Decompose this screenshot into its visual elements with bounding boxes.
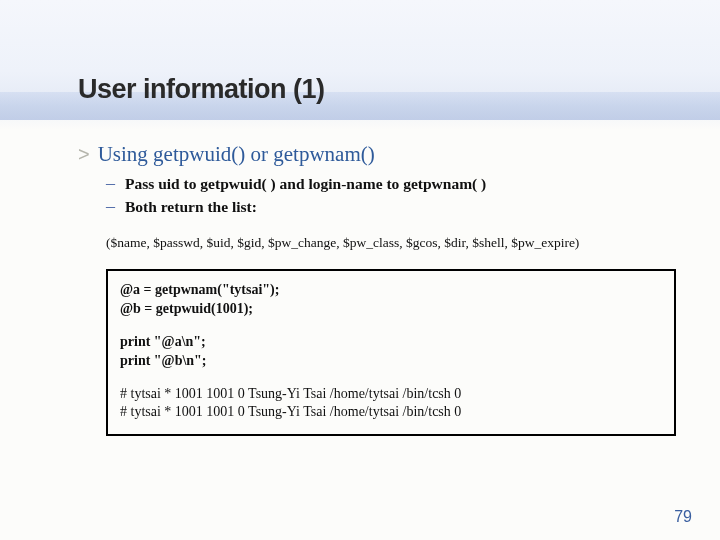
code-box: @a = getpwnam("tytsai"); @b = getpwuid(1… bbox=[106, 269, 676, 436]
code-output: # tytsai * 1001 1001 0 Tsung-Yi Tsai /ho… bbox=[120, 385, 662, 404]
sub-bullet-list: – Pass uid to getpwuid( ) and login-name… bbox=[106, 173, 680, 217]
code-line: print "@a\n"; bbox=[120, 333, 662, 352]
section-heading: Using getpwuid() or getpwnam() bbox=[98, 142, 375, 167]
code-line: @b = getpwuid(1001); bbox=[120, 300, 662, 319]
section-heading-row: > Using getpwuid() or getpwnam() bbox=[78, 142, 680, 167]
dash-icon: – bbox=[106, 173, 115, 194]
list-item: – Both return the list: bbox=[106, 196, 680, 217]
code-line: print "@b\n"; bbox=[120, 352, 662, 371]
code-output: # tytsai * 1001 1001 0 Tsung-Yi Tsai /ho… bbox=[120, 403, 662, 422]
page-number: 79 bbox=[674, 508, 692, 526]
slide-header: User information (1) bbox=[0, 0, 720, 130]
list-item-text: Both return the list: bbox=[125, 198, 257, 216]
return-fields: ($name, $passwd, $uid, $gid, $pw_change,… bbox=[106, 235, 680, 251]
chevron-right-icon: > bbox=[78, 143, 90, 166]
slide-content: > Using getpwuid() or getpwnam() – Pass … bbox=[78, 142, 680, 436]
code-line: @a = getpwnam("tytsai"); bbox=[120, 281, 662, 300]
list-item: – Pass uid to getpwuid( ) and login-name… bbox=[106, 173, 680, 194]
dash-icon: – bbox=[106, 196, 115, 217]
page-title: User information (1) bbox=[78, 74, 325, 105]
list-item-text: Pass uid to getpwuid( ) and login-name t… bbox=[125, 175, 486, 193]
